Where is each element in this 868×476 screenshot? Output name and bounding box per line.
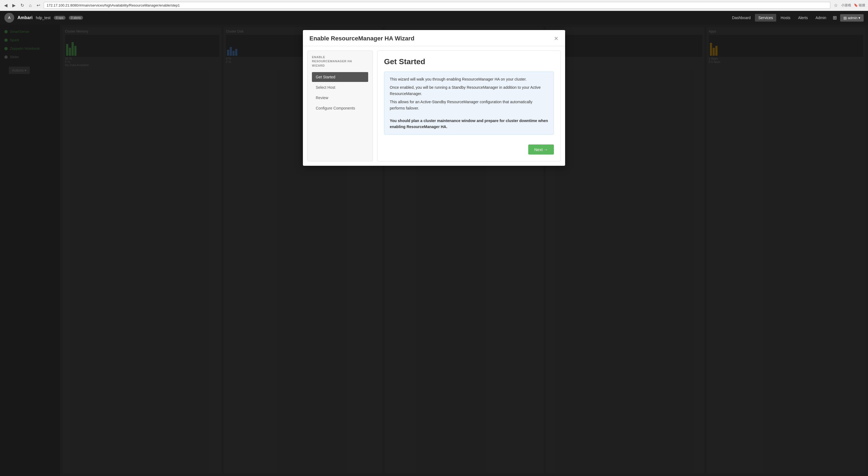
wizard-content: Get Started This wizard will walk you th… xyxy=(377,51,561,161)
nav-hosts[interactable]: Hosts xyxy=(777,14,794,22)
bookmark-1[interactable]: 小游戏 xyxy=(841,3,851,8)
bookmarks: 小游戏 🔖 链接 xyxy=(841,3,865,8)
nav-forward-button[interactable]: ▶ xyxy=(11,2,17,8)
nav-refresh-button[interactable]: ↻ xyxy=(19,2,25,8)
browser-bar: ◀ ▶ ↻ ⌂ ↩ ☆ 小游戏 🔖 链接 xyxy=(0,0,868,11)
ambari-logo: A xyxy=(4,13,14,23)
info-warning: You should plan a cluster maintenance wi… xyxy=(390,118,548,130)
wizard-sidebar-title: ENABLERESOURCEMANAGER HAWIZARD xyxy=(312,55,368,68)
modal-overlay: Enable ResourceManager HA Wizard ✕ ENABL… xyxy=(0,25,868,476)
modal-body: ENABLERESOURCEMANAGER HAWIZARD Get Start… xyxy=(303,46,565,166)
modal-title: Enable ResourceManager HA Wizard xyxy=(309,35,414,42)
nav-dashboard[interactable]: Dashboard xyxy=(729,14,754,22)
nav-admin[interactable]: Admin xyxy=(812,14,830,22)
nav-services[interactable]: Services xyxy=(755,14,776,22)
info-box: This wizard will walk you through enabli… xyxy=(384,71,554,135)
bookmark-2[interactable]: 🔖 链接 xyxy=(854,3,865,8)
nav-alerts[interactable]: Alerts xyxy=(795,14,811,22)
nav-star-button[interactable]: ☆ xyxy=(833,2,839,8)
wizard-step-get-started[interactable]: Get Started xyxy=(312,72,368,82)
wizard-step-review[interactable]: Review xyxy=(312,93,368,103)
nav-home-button[interactable]: ⌂ xyxy=(28,2,33,8)
wizard-sidebar: ENABLERESOURCEMANAGER HAWIZARD Get Start… xyxy=(307,51,373,161)
ops-badge: 0 ops xyxy=(54,16,66,20)
modal-close-button[interactable]: ✕ xyxy=(554,36,559,41)
wizard-footer: Next → xyxy=(384,145,554,155)
info-line-3: This allows for an Active-Standby Resour… xyxy=(390,99,548,111)
main-area: SmartSense Spark Zeppelin Notebook Slide… xyxy=(0,25,868,476)
next-button[interactable]: Next → xyxy=(528,145,554,155)
url-bar[interactable] xyxy=(44,2,830,9)
ambari-brand: Ambari xyxy=(18,15,32,20)
nav-back-button[interactable]: ◀ xyxy=(3,2,9,8)
alerts-badge: 0 alerts xyxy=(69,16,83,20)
enable-rm-ha-wizard-modal: Enable ResourceManager HA Wizard ✕ ENABL… xyxy=(303,30,565,166)
info-line-2: Once enabled, you will be running a Stan… xyxy=(390,84,548,97)
wizard-step-select-host[interactable]: Select Host xyxy=(312,83,368,92)
wizard-content-title: Get Started xyxy=(384,57,554,66)
cluster-name: hdp_test xyxy=(36,15,51,20)
grid-icon[interactable]: ⊞ xyxy=(831,15,839,21)
info-line-1: This wizard will walk you through enabli… xyxy=(390,76,548,82)
wizard-step-configure-components[interactable]: Configure Components xyxy=(312,103,368,113)
modal-header: Enable ResourceManager HA Wizard ✕ xyxy=(303,30,565,46)
top-nav-right: Dashboard Services Hosts Alerts Admin ⊞ … xyxy=(729,14,864,22)
top-nav: A Ambari hdp_test 0 ops 0 alerts Dashboa… xyxy=(0,11,868,25)
admin-button[interactable]: ▤ admin ▾ xyxy=(840,14,864,22)
nav-back-history-button[interactable]: ↩ xyxy=(35,2,41,8)
